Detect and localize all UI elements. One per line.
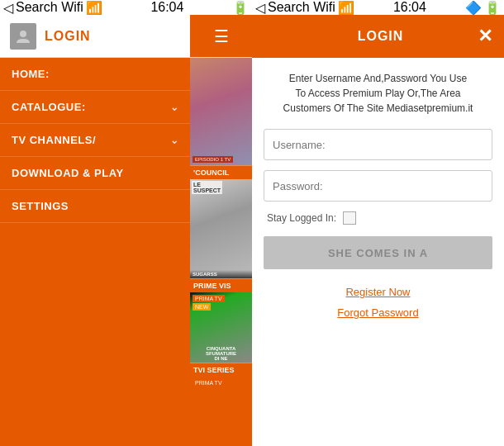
prima-badge-2: PRIMA TV [193,379,225,387]
sidebar-item-settings[interactable]: SETTINGS [0,190,190,223]
carrier-left: ◁ Search Wifi 📶 [3,0,102,16]
sidebar-item-catalogue-label: CATALOGUE: [12,101,86,113]
status-bar-right: ◁ Search Wifi 📶 16:04 🔷 🔋 [252,0,504,15]
image-strip: EPISODIO 1 TV 'COUNCIL LESUSPECT SUGARSS… [190,58,252,446]
app-container: ◁ Search Wifi 📶 16:04 🔋 ◁ Search Wifi 📶 … [0,0,504,446]
sidebar-item-download-play-label: DOWNLOAD & PLAY [12,167,124,179]
section-council: 'COUNCIL [190,165,252,179]
login-header: LOGIN ✕ [252,15,504,58]
new-badge: NEW [193,303,211,311]
stay-logged-label: Stay Logged In: [267,212,336,224]
status-bar-left: ◁ Search Wifi 📶 16:04 🔋 [0,0,252,15]
hamburger-icon: ☰ [214,28,229,45]
show-image-1[interactable]: EPISODIO 1 TV [190,58,252,165]
stay-logged-row: Stay Logged In: [264,211,356,225]
time-left: 16:04 [150,0,183,15]
stay-logged-checkbox[interactable] [343,211,356,225]
carrier-right: ◁ Search Wifi 📶 [255,0,354,16]
fifty-shades-title: CINQUANTA SFUMATUREDI NE [192,346,250,361]
left-header: LOGIN ☰ [0,15,252,58]
prima-badge: PRIMA TV [193,295,225,302]
chevron-down-icon: ⌄ [170,102,179,113]
nav-section: HOME: CATALOGUE: ⌄ TV CHANNELS/ ⌄ DOWNLO… [0,58,190,446]
sidebar-item-settings-label: SETTINGS [12,200,69,212]
forgot-password-link[interactable]: Forgot Password [337,306,418,319]
battery-left: 🔋 [232,0,249,16]
panels-row: LOGIN ☰ HOME: CATALOGUE: ⌄ [0,15,504,446]
wifi-icon: 📶 [86,0,102,16]
left-side: LOGIN ☰ HOME: CATALOGUE: ⌄ [0,15,252,446]
close-button[interactable]: ✕ [478,27,492,45]
show-title-badge: LESUSPECT [192,181,222,194]
status-bars: ◁ Search Wifi 📶 16:04 🔋 ◁ Search Wifi 📶 … [0,0,504,15]
login-description: Enter Username And,Password You UseTo Ac… [283,71,473,116]
section-prime-vis: PRIME VIS [190,278,252,292]
show-image-3[interactable]: PRIMA TV NEW CINQUANTA SFUMATUREDI NE [190,292,252,363]
battery-right: 🔷 🔋 [465,0,501,16]
sidebar-item-tv-channels-label: TV CHANNELS/ [12,134,96,146]
carrier-name-left: Search Wifi [16,0,83,15]
episode-badge: EPISODIO 1 TV [193,156,233,163]
sidebar-item-tv-channels[interactable]: TV CHANNELS/ ⌄ [0,124,190,157]
chevron-down-icon-2: ⌄ [170,135,179,146]
back-icon-right: ◁ [255,0,265,16]
sidebar-login-label: LOGIN [45,29,91,44]
carrier-name-right: Search Wifi [268,0,335,15]
time-right: 16:04 [393,0,426,15]
bluetooth-icon: 🔷 [465,0,482,16]
username-input[interactable] [264,129,492,160]
sidebar-item-home[interactable]: HOME: [0,58,190,91]
register-link[interactable]: Register Now [345,286,410,298]
wifi-icon-right: 📶 [338,0,354,16]
sidebar-item-home-label: HOME: [12,68,50,80]
login-submit-button[interactable]: SHE COMES IN A [264,236,492,269]
show-image-4[interactable]: PRIMA TV [190,377,252,447]
password-input[interactable] [264,170,492,202]
sidebar-item-catalogue[interactable]: CATALOGUE: ⌄ [0,91,190,124]
login-modal: LOGIN ✕ Enter Username And,Password You … [252,15,504,446]
section-tvi-series: TVI SERIES [190,363,252,377]
sidebar-header: LOGIN [0,15,190,57]
left-body: HOME: CATALOGUE: ⌄ TV CHANNELS/ ⌄ DOWNLO… [0,58,252,446]
sidebar-item-download-play[interactable]: DOWNLOAD & PLAY [0,157,190,190]
svg-point-0 [20,31,26,37]
back-icon: ◁ [3,0,13,16]
avatar [10,23,36,50]
login-body: Enter Username And,Password You UseTo Ac… [252,58,504,446]
login-modal-title: LOGIN [283,29,478,44]
hamburger-button[interactable]: ☰ [190,15,252,57]
show-overlay: SUGARSS [190,270,252,278]
show-image-2[interactable]: LESUSPECT SUGARSS [190,179,252,278]
